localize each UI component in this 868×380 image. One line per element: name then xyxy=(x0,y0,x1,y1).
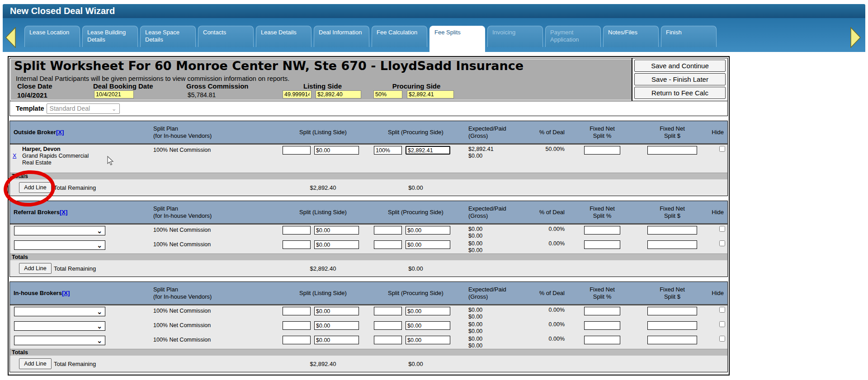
chevron-down-icon: ⌄ xyxy=(97,309,102,315)
fixed-net-amt-input[interactable] xyxy=(647,240,697,249)
hide-checkbox[interactable] xyxy=(719,307,725,313)
fixed-net-pct-input[interactable] xyxy=(584,336,620,344)
procuring-amt-input[interactable] xyxy=(406,226,450,235)
listing-pct-input[interactable] xyxy=(283,321,311,330)
col-fixed-net-pct: Fixed NetSplit % xyxy=(568,286,636,300)
fixed-net-amt-input[interactable] xyxy=(647,336,697,344)
hide-checkbox[interactable] xyxy=(719,321,725,327)
next-step-arrow-icon[interactable] xyxy=(850,27,862,48)
procuring-side-amt-input[interactable] xyxy=(407,90,454,99)
procuring-pct-input[interactable] xyxy=(374,336,402,344)
hide-checkbox[interactable] xyxy=(719,226,725,232)
tab-deal-information[interactable]: Deal Information xyxy=(314,26,369,47)
chevron-down-icon: ⌄ xyxy=(97,323,102,329)
fixed-net-amt-input[interactable] xyxy=(647,321,697,330)
listing-side-amt-input[interactable] xyxy=(316,90,361,99)
tab-lease-location[interactable]: Lease Location xyxy=(24,26,80,47)
col-split-listing: Split (Listing Side) xyxy=(274,129,372,136)
broker-select[interactable]: ⌄ xyxy=(14,240,105,250)
expected-paid-value: $2,892.41$0.00 xyxy=(460,146,523,159)
procuring-amt-input[interactable] xyxy=(406,146,450,155)
remaining-procuring-amount: $0.00 xyxy=(372,265,460,272)
pct-of-deal-value: 0.00% xyxy=(523,240,568,247)
listing-amt-input[interactable] xyxy=(314,146,359,155)
col-split-listing: Split (Listing Side) xyxy=(274,290,372,297)
broker-select[interactable]: ⌄ xyxy=(14,226,105,235)
col-expected-paid: Expected/Paid(Gross) xyxy=(460,205,523,220)
fixed-net-amt-input[interactable] xyxy=(647,307,697,315)
broker-select[interactable]: ⌄ xyxy=(14,307,105,316)
referral-brokers-header-row: Referral Brokers[X] Split Plan(for In-ho… xyxy=(10,201,727,225)
procuring-pct-input[interactable] xyxy=(374,146,402,155)
add-line-button[interactable]: Add Line xyxy=(19,358,52,369)
hide-checkbox[interactable] xyxy=(719,336,725,342)
fixed-net-pct-input[interactable] xyxy=(584,226,620,235)
hide-checkbox[interactable] xyxy=(719,146,725,152)
referral-broker-row: ⌄ 100% Net Commission $0.00$0.00 0.00% xyxy=(10,239,727,253)
tab-contacts[interactable]: Contacts xyxy=(198,26,254,47)
tab-fee-calculation[interactable]: Fee Calculation xyxy=(372,26,427,47)
fixed-net-pct-input[interactable] xyxy=(584,240,620,249)
procuring-pct-input[interactable] xyxy=(374,321,402,330)
broker-remove-link[interactable]: X xyxy=(13,153,16,160)
listing-amt-input[interactable] xyxy=(314,336,359,344)
listing-pct-input[interactable] xyxy=(283,336,311,344)
col-fixed-net-amt: Fixed NetSplit $ xyxy=(636,125,708,140)
procuring-side-pct-input[interactable] xyxy=(373,90,402,99)
tab-payment-application: Payment Application xyxy=(545,26,601,47)
col-split-listing: Split (Listing Side) xyxy=(274,209,372,216)
save-finish-later-button[interactable]: Save - Finish Later xyxy=(634,73,726,85)
listing-pct-input[interactable] xyxy=(283,307,311,315)
chevron-down-icon: ⌄ xyxy=(97,228,102,234)
outside-broker-totals-row: Add Line Total Remaining $2,892.40 $0.00 xyxy=(10,179,727,196)
section-remove-link[interactable]: [X] xyxy=(60,209,67,216)
add-line-button[interactable]: Add Line xyxy=(19,182,52,193)
inhouse-brokers-section: In-house Brokers[X] Split Plan(for In-ho… xyxy=(9,281,728,372)
listing-amt-input[interactable] xyxy=(314,321,359,330)
broker-select[interactable]: ⌄ xyxy=(14,321,105,331)
listing-pct-input[interactable] xyxy=(283,226,311,235)
tab-invoicing: Invoicing xyxy=(487,26,543,47)
section-remove-link[interactable]: [X] xyxy=(56,129,64,136)
procuring-pct-input[interactable] xyxy=(374,240,402,249)
listing-pct-input[interactable] xyxy=(283,240,311,249)
tab-lease-space-details[interactable]: Lease Space Details xyxy=(140,26,196,47)
fixed-net-pct-input[interactable] xyxy=(584,146,620,155)
save-and-continue-button[interactable]: Save and Continue xyxy=(634,60,726,72)
listing-amt-input[interactable] xyxy=(314,240,359,249)
fixed-net-pct-input[interactable] xyxy=(584,307,620,315)
section-remove-link[interactable]: [X] xyxy=(62,290,70,296)
tab-finish[interactable]: Finish xyxy=(661,26,717,47)
fixed-net-amt-input[interactable] xyxy=(647,226,697,235)
add-line-button[interactable]: Add Line xyxy=(19,263,52,274)
remaining-procuring-amount: $0.00 xyxy=(372,184,460,191)
tab-fee-splits[interactable]: Fee Splits xyxy=(429,26,485,52)
procuring-amt-input[interactable] xyxy=(406,307,450,315)
procuring-amt-input[interactable] xyxy=(406,336,450,344)
listing-side-label: Listing Side xyxy=(274,82,371,90)
inhouse-broker-row: ⌄ 100% Net Commission $0.00$0.00 0.00% xyxy=(10,320,727,334)
procuring-amt-input[interactable] xyxy=(406,240,450,249)
tab-list: Lease Location Lease Building Details Le… xyxy=(24,26,717,52)
listing-pct-input[interactable] xyxy=(283,146,311,155)
worksheet-header: Split Worksheet For 60 Monroe Center NW,… xyxy=(9,58,728,101)
fixed-net-amt-input[interactable] xyxy=(647,146,697,155)
referral-broker-row: ⌄ 100% Net Commission $0.00$0.00 0.00% xyxy=(10,225,727,239)
broker-select[interactable]: ⌄ xyxy=(14,336,105,345)
procuring-pct-input[interactable] xyxy=(374,307,402,315)
return-to-fee-calc-button[interactable]: Return to Fee Calc xyxy=(634,87,726,99)
prev-step-arrow-icon[interactable] xyxy=(5,27,16,48)
inhouse-brokers-header-row: In-house Brokers[X] Split Plan(for In-ho… xyxy=(10,282,727,305)
listing-amt-input[interactable] xyxy=(314,307,359,315)
listing-side-pct-input[interactable] xyxy=(283,90,311,99)
procuring-amt-input[interactable] xyxy=(406,321,450,330)
broker-name: Harper, Devon xyxy=(22,146,146,153)
hide-checkbox[interactable] xyxy=(719,240,725,246)
procuring-pct-input[interactable] xyxy=(374,226,402,235)
deal-booking-date-input[interactable] xyxy=(94,90,134,99)
tab-lease-building-details[interactable]: Lease Building Details xyxy=(82,26,138,47)
listing-amt-input[interactable] xyxy=(314,226,359,235)
fixed-net-pct-input[interactable] xyxy=(584,321,620,330)
tab-lease-details[interactable]: Lease Details xyxy=(256,26,311,47)
tab-notes-files[interactable]: Notes/Files xyxy=(603,26,659,47)
